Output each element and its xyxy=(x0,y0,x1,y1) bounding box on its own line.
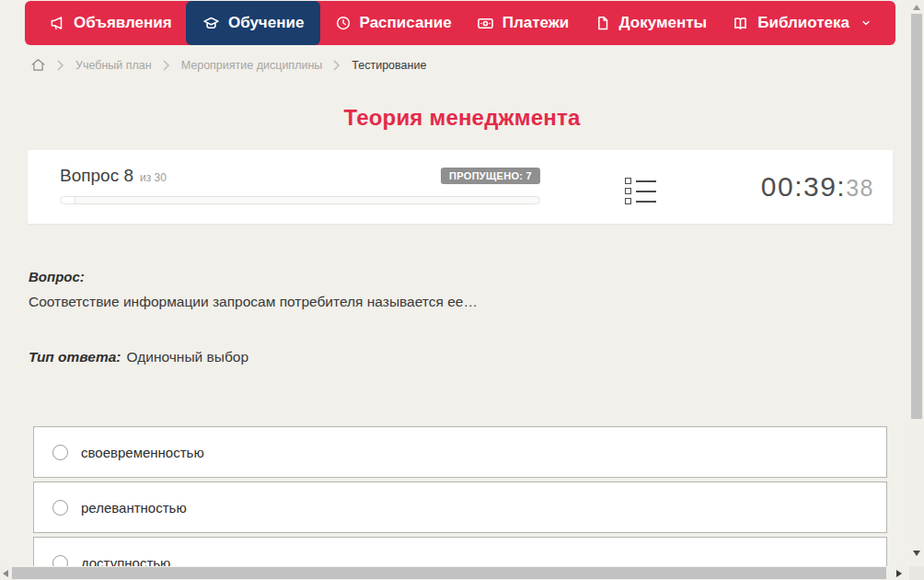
scroll-up-arrow-icon[interactable] xyxy=(913,5,920,10)
megaphone-icon xyxy=(49,15,65,31)
nav-item-documents[interactable]: Документы xyxy=(583,1,719,45)
timer-hours-minutes: 00:39: xyxy=(761,171,846,202)
scroll-down-arrow-icon[interactable] xyxy=(913,551,920,556)
home-icon[interactable] xyxy=(30,57,46,73)
chevron-right-icon xyxy=(57,60,64,71)
nav-item-schedule[interactable]: Расписание xyxy=(324,1,463,45)
graduation-cap-icon xyxy=(202,15,220,32)
scroll-left-arrow-icon[interactable] xyxy=(3,570,8,577)
scroll-right-arrow-icon[interactable] xyxy=(896,570,902,577)
payments-icon xyxy=(477,15,494,32)
question-prompt-label: Вопрос: xyxy=(29,269,861,284)
nav-item-label: Обучение xyxy=(228,14,304,32)
timer: 00:39:38 xyxy=(761,171,874,224)
nav-item-label: Расписание xyxy=(360,14,452,32)
chevron-right-icon xyxy=(163,60,170,71)
clock-icon xyxy=(335,15,352,31)
vertical-scrollbar[interactable] xyxy=(910,0,923,565)
progress-bar xyxy=(60,196,540,204)
radio-button[interactable] xyxy=(52,500,68,516)
answer-option-label: своевременностью xyxy=(81,445,204,460)
vertical-scrollbar-thumb[interactable] xyxy=(911,14,922,419)
nav-item-label: Платежи xyxy=(502,14,570,32)
horizontal-scrollbar[interactable] xyxy=(0,566,909,580)
nav-item-label: Документы xyxy=(619,14,708,32)
question-total: из 30 xyxy=(140,171,167,184)
radio-button[interactable] xyxy=(52,445,68,460)
answer-option-label: релевантностью xyxy=(81,500,187,516)
question-list-icon[interactable] xyxy=(625,178,656,224)
nav-item-label: Библиотека xyxy=(757,14,849,32)
answer-type-label: Тип ответа: xyxy=(29,349,121,365)
page-title: Теория менеджмента xyxy=(0,105,924,131)
scrollbar-corner xyxy=(909,566,924,580)
breadcrumb: Учебный план Мероприятие дисциплины Тест… xyxy=(30,57,426,73)
timer-seconds: 38 xyxy=(846,175,874,201)
chevron-right-icon xyxy=(333,60,341,71)
question-number: Вопрос 8 xyxy=(60,166,133,186)
question-progress-column: Вопрос 8 из 30 ПРОПУЩЕНО: 7 xyxy=(60,166,540,224)
nav-item-learning[interactable]: Обучение xyxy=(186,1,320,45)
document-icon xyxy=(595,15,611,31)
answer-option[interactable]: своевременностью xyxy=(33,426,887,478)
nav-item-library[interactable]: Библиотека xyxy=(721,1,883,45)
question-panel: Вопрос 8 из 30 ПРОПУЩЕНО: 7 00:39:38 xyxy=(28,150,893,224)
progress-fill xyxy=(61,197,75,203)
library-icon xyxy=(732,15,749,32)
breadcrumb-item-study-plan[interactable]: Учебный план xyxy=(75,59,152,72)
horizontal-scrollbar-thumb[interactable] xyxy=(12,567,886,579)
nav-item-announcements[interactable]: Объявления xyxy=(38,1,183,45)
main-navbar: Объявления Обучение Расписание Платежи Д… xyxy=(25,1,895,45)
question-prompt-text: Соответствие информации запросам потреби… xyxy=(29,294,861,310)
chevron-down-icon xyxy=(860,17,872,29)
skipped-badge: ПРОПУЩЕНО: 7 xyxy=(441,168,540,184)
nav-item-label: Объявления xyxy=(74,14,172,32)
answer-option[interactable]: релевантностью xyxy=(33,481,887,533)
answer-options: своевременностью релевантностью доступно… xyxy=(33,426,887,580)
answer-type-value: Одиночный выбор xyxy=(127,349,249,365)
nav-item-payments[interactable]: Платежи xyxy=(466,1,581,45)
question-body: Вопрос: Соответствие информации запросам… xyxy=(29,269,861,365)
breadcrumb-item-testing: Тестирование xyxy=(352,59,426,72)
breadcrumb-item-discipline-event[interactable]: Мероприятие дисциплины xyxy=(181,59,323,72)
